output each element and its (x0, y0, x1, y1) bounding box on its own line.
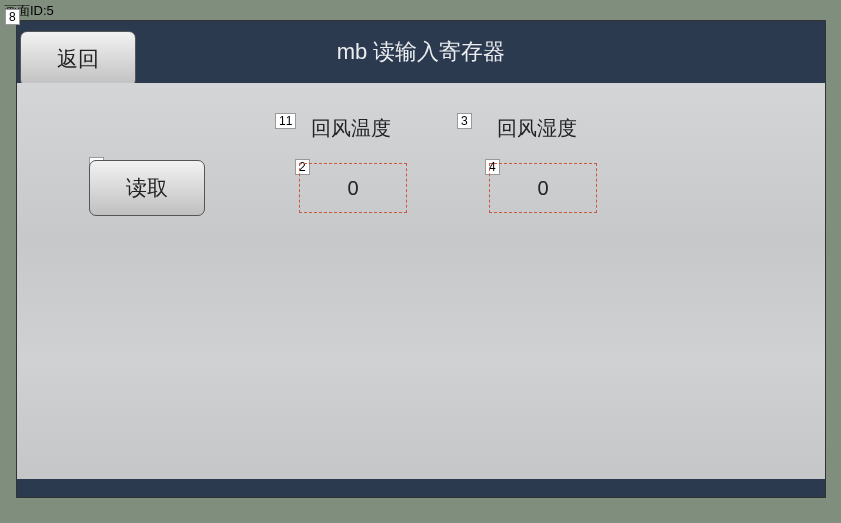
header-bar: mb 读输入寄存器 8 返回 (17, 21, 825, 83)
tag-humidity-label: 3 (457, 113, 472, 129)
humidity-value[interactable]: 0 (489, 163, 597, 213)
page-title: mb 读输入寄存器 (337, 37, 506, 67)
tag-back: 8 (5, 9, 20, 25)
back-button[interactable]: 返回 (20, 31, 136, 87)
content-area: 11 回风温度 3 回风湿度 1 读取 2 0 4 0 (17, 83, 825, 479)
footer-bar (17, 479, 825, 497)
tag-temp-label: 11 (275, 113, 296, 129)
temp-label: 回风温度 (311, 115, 391, 142)
main-window: mb 读输入寄存器 8 返回 11 回风温度 3 回风湿度 1 读取 2 0 4… (16, 20, 826, 498)
humidity-label: 回风湿度 (497, 115, 577, 142)
read-button[interactable]: 读取 (89, 160, 205, 216)
temp-value[interactable]: 0 (299, 163, 407, 213)
